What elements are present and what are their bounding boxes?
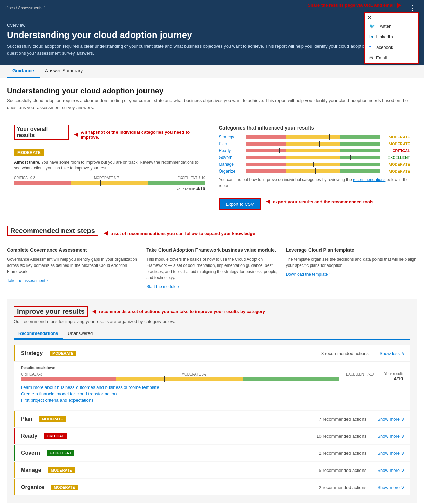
strategy-show-less-button[interactable]: Show less ∧ — [380, 351, 405, 356]
organize-actions-count: 2 recommended actions — [319, 485, 367, 490]
ready-show-more-button[interactable]: Show more ∨ — [377, 434, 405, 439]
bar-excellent — [148, 181, 205, 185]
your-result-row: Your result: 4/10 — [14, 186, 205, 192]
recommended-section: Recommended next steps a set of recommen… — [7, 226, 417, 289]
steps-grid: Complete Governance Assessment Governanc… — [7, 247, 417, 289]
category-govern-bar — [246, 156, 380, 159]
chevron-right-icon: › — [47, 278, 48, 283]
breadcrumb-docs[interactable]: Docs — [5, 5, 15, 10]
category-plan-status: MODERATE — [383, 142, 410, 146]
overall-results-card: Your overall results A snapshot of the i… — [7, 118, 417, 217]
manage-item-name: Manage — [21, 467, 41, 473]
category-ready-row: Ready CRITICAL — [219, 148, 410, 153]
step-caf-link[interactable]: Start the module › — [146, 284, 277, 289]
improve-tab-unanswered[interactable]: Unanswered — [63, 329, 97, 339]
category-ready-name[interactable]: Ready — [219, 148, 243, 153]
step-governance-link[interactable]: Take the assessment › — [7, 278, 138, 283]
category-ready-bar — [246, 149, 380, 152]
category-plan-name[interactable]: Plan — [219, 141, 243, 146]
plan-actions-count: 7 recommended actions — [319, 417, 367, 422]
manage-actions-count: 5 recommended actions — [319, 468, 367, 473]
organize-item-name: Organize — [21, 484, 44, 490]
share-button[interactable]: ⋮ — [407, 3, 419, 13]
ready-item-name: Ready — [21, 433, 37, 439]
strategy-action-1[interactable]: Learn more about business outcomes and b… — [21, 385, 403, 390]
category-item-manage: Manage MODERATE 5 recommended actions Sh… — [14, 462, 410, 478]
bar-critical — [14, 181, 71, 185]
strategy-action-3[interactable]: First project criteria and expectations — [21, 398, 403, 403]
category-strategy-name[interactable]: Strategy — [219, 135, 243, 139]
category-organize-marker — [315, 168, 316, 174]
chevron-right-icon-2: › — [178, 284, 179, 289]
overview-link[interactable]: Overview — [7, 23, 417, 28]
strategy-result-value-wrap: Your result: 4/10 — [379, 372, 403, 381]
category-item-organize: Organize MODERATE 2 recommended actions … — [14, 479, 410, 495]
improve-subtitle: Our recommendations for improving your r… — [14, 319, 410, 324]
step-cloud-plan-link[interactable]: Download the template › — [286, 272, 417, 277]
strategy-breakdown-bar: CRITICAL 0-3 MODERATE 3-7 EXCELLENT 7-10 — [21, 372, 374, 381]
category-govern-status: EXCELLENT — [383, 155, 410, 160]
plan-show-more-button[interactable]: Show more ∨ — [377, 417, 405, 422]
ready-actions-count: 10 recommended actions — [316, 434, 366, 439]
category-govern-name[interactable]: Govern — [219, 155, 243, 160]
twitter-icon: 🐦 — [369, 24, 375, 29]
recommendations-link[interactable]: recommendations — [353, 177, 385, 182]
recommended-arrow-icon — [104, 231, 108, 236]
linkedin-icon: in — [369, 34, 373, 39]
plan-item-name: Plan — [21, 416, 32, 422]
govern-item-name: Govern — [21, 450, 40, 456]
category-item-organize-header: Organize MODERATE 2 recommended actions … — [14, 479, 410, 495]
share-facebook-item[interactable]: f Facebook — [365, 42, 418, 53]
category-item-govern: Govern EXCELLENT 2 recommended actions S… — [14, 445, 410, 461]
results-breakdown-label: Results breakdown — [21, 366, 403, 370]
share-twitter-item[interactable]: 🐦 Twitter — [365, 21, 418, 31]
category-govern-row: Govern EXCELLENT — [219, 155, 410, 160]
hero-subtitle: Successfully cloud adoption requires a c… — [7, 43, 417, 56]
close-share-button[interactable]: ✕ — [367, 14, 372, 21]
tab-answer-summary[interactable]: Answer Summary — [40, 65, 88, 78]
scale-bar-container: CRITICAL 0-3 MODERATE 3-7 EXCELLENT 7-10… — [14, 176, 205, 192]
export-annotation: export your results and the recommended … — [273, 199, 374, 204]
step-caf-title: Take Cloud Adoption Framework business v… — [146, 247, 277, 254]
step-cloud-plan: Leverage Cloud Plan template The templat… — [286, 247, 417, 289]
bar-moderate — [71, 181, 148, 185]
improve-annotation: recommends a set of actions you can take… — [99, 309, 265, 314]
govern-show-more-button[interactable]: Show more ∨ — [377, 451, 405, 456]
page-title: Understanding your cloud adoption journe… — [7, 86, 417, 95]
linkedin-label: LinkedIn — [376, 34, 393, 39]
recommended-annotation: a set of recommendations you can follow … — [111, 231, 255, 236]
strategy-action-2[interactable]: Create a financial model for cloud trans… — [21, 391, 403, 396]
category-strategy-marker — [329, 134, 330, 140]
chevron-right-icon-3: › — [329, 272, 330, 277]
strategy-bar-marker — [164, 376, 165, 382]
improve-heading: Improve your results — [14, 306, 88, 317]
step-cloud-plan-desc: The template organizes the decisions and… — [286, 256, 417, 269]
export-csv-button[interactable]: Export to CSV — [219, 198, 261, 210]
strategy-result-label: Your result: — [379, 372, 403, 376]
share-arrow-icon — [397, 3, 401, 8]
results-annotation: A snapshot of the individual categories … — [81, 130, 205, 140]
category-organize-status: MODERATE — [383, 169, 410, 173]
category-organize-name[interactable]: Organize — [219, 169, 243, 174]
category-manage-status: MODERATE — [383, 162, 410, 166]
share-email-item[interactable]: ✉ Email — [365, 53, 418, 63]
category-item-plan-header: Plan MODERATE 7 recommended actions Show… — [14, 411, 410, 427]
strategy-scale-labels: CRITICAL 0-3 MODERATE 3-7 EXCELLENT 7-10 — [21, 372, 374, 376]
improve-tabs: Recommendations Unanswered — [14, 329, 410, 340]
manage-show-more-button[interactable]: Show more ∨ — [377, 468, 405, 473]
improve-tab-recommendations[interactable]: Recommendations — [14, 329, 63, 339]
category-manage-name[interactable]: Manage — [219, 162, 243, 167]
category-item-strategy-body: Results breakdown CRITICAL 0-3 MODERATE … — [14, 361, 410, 410]
breadcrumb-assessments[interactable]: Assessments — [18, 5, 42, 10]
email-label: Email — [376, 55, 387, 60]
category-manage-row: Manage MODERATE — [219, 162, 410, 167]
organize-show-more-button[interactable]: Show more ∨ — [377, 485, 405, 490]
facebook-label: Facebook — [373, 45, 393, 50]
category-strategy-status: MODERATE — [383, 135, 410, 139]
share-linkedin-item[interactable]: in LinkedIn — [365, 31, 418, 42]
category-organize-row: Organize MODERATE — [219, 169, 410, 174]
govern-actions-count: 2 recommended actions — [319, 451, 367, 456]
category-manage-bar — [246, 163, 380, 166]
recommended-heading: Recommended next steps — [7, 226, 98, 236]
tab-guidance[interactable]: Guidance — [7, 65, 40, 78]
